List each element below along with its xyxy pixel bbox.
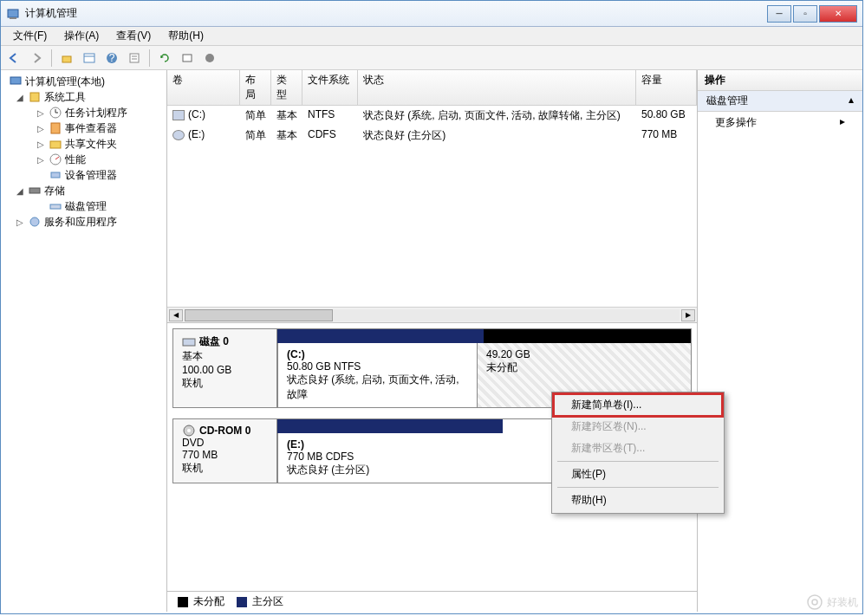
menu-view[interactable]: 查看(V)	[107, 29, 159, 43]
actions-diskmgmt[interactable]: 磁盘管理 ▴	[698, 91, 862, 112]
maximize-button[interactable]: ▫	[793, 5, 817, 23]
cdrom-icon	[182, 425, 196, 437]
collapse-arrow-icon: ▴	[849, 94, 854, 108]
device-icon	[49, 168, 62, 182]
tree-root[interactable]: 计算机管理(本地)	[3, 74, 165, 89]
computer-icon	[9, 75, 23, 88]
svg-point-23	[30, 217, 39, 226]
tools-icon	[28, 90, 42, 104]
submenu-arrow-icon: ▸	[840, 115, 845, 130]
tree-shared[interactable]: ▷ 共享文件夹	[3, 136, 165, 152]
menu-file[interactable]: 文件(F)	[4, 29, 55, 43]
perf-icon	[49, 152, 62, 166]
partition-c[interactable]: (C:) 50.80 GB NTFS 状态良好 (系统, 启动, 页面文件, 活…	[277, 343, 477, 407]
expand-icon[interactable]: ▷	[36, 108, 46, 118]
svg-rect-0	[8, 10, 18, 17]
legend-swatch-unalloc	[178, 597, 188, 607]
svg-rect-7	[130, 54, 139, 62]
svg-rect-3	[84, 54, 94, 62]
disk-icon	[182, 336, 196, 348]
menu-new-spanned-volume: 新建跨区卷(N)...	[554, 416, 722, 438]
menubar: 文件(F) 操作(A) 查看(V) 帮助(H)	[1, 27, 862, 46]
window-frame: 计算机管理 ─ ▫ ✕ 文件(F) 操作(A) 查看(V) 帮助(H) ? 计算…	[0, 0, 863, 614]
menu-help[interactable]: 帮助(H)	[159, 29, 212, 43]
svg-rect-13	[30, 93, 39, 101]
expand-icon[interactable]: ▷	[15, 217, 25, 227]
svg-rect-18	[50, 141, 61, 148]
scroll-left-icon[interactable]: ◀	[169, 309, 183, 321]
menu-properties[interactable]: 属性(P)	[554, 464, 722, 485]
svg-rect-12	[10, 77, 21, 84]
svg-point-26	[187, 429, 191, 432]
svg-rect-22	[50, 204, 61, 209]
menu-new-simple-volume[interactable]: 新建简单卷(I)...	[554, 394, 722, 416]
titlebar[interactable]: 计算机管理 ─ ▫ ✕	[1, 1, 862, 27]
storage-icon	[28, 184, 42, 198]
volume-row[interactable]: (C:) 简单 基本 NTFS 状态良好 (系统, 启动, 页面文件, 活动, …	[167, 106, 697, 126]
watermark: 好装机	[806, 593, 858, 611]
tree-systools[interactable]: ◢ 系统工具	[3, 89, 165, 105]
list-button[interactable]	[178, 49, 197, 68]
menu-action[interactable]: 操作(A)	[55, 29, 107, 43]
window-title: 计算机管理	[25, 6, 767, 21]
clock-icon	[49, 106, 62, 120]
refresh-button[interactable]	[155, 49, 174, 68]
settings-button[interactable]	[200, 49, 219, 68]
close-button[interactable]: ✕	[819, 5, 857, 23]
tree-devmgr[interactable]: ▷ 设备管理器	[3, 167, 165, 183]
app-icon	[6, 7, 20, 21]
col-capacity[interactable]: 容量	[636, 70, 697, 105]
up-button[interactable]	[57, 49, 76, 68]
cd-icon	[172, 130, 185, 140]
nav-tree[interactable]: 计算机管理(本地) ◢ 系统工具 ▷ 任务计划程序 ▷ 事件查看器 ▷ 共享文件…	[1, 70, 167, 612]
svg-point-28	[812, 600, 817, 605]
svg-rect-10	[183, 55, 192, 62]
collapse-icon[interactable]: ◢	[15, 186, 25, 196]
scroll-thumb[interactable]	[185, 309, 333, 321]
tree-services[interactable]: ▷ 服务和应用程序	[3, 214, 165, 230]
back-button[interactable]	[4, 49, 23, 68]
legend: 未分配 主分区	[167, 591, 697, 612]
tree-storage[interactable]: ◢ 存储	[3, 183, 165, 198]
svg-rect-2	[62, 56, 71, 62]
collapse-icon[interactable]: ◢	[15, 93, 25, 102]
disk-icon	[49, 199, 62, 213]
expand-icon[interactable]: ▷	[36, 124, 46, 133]
minimize-button[interactable]: ─	[767, 5, 791, 23]
expand-icon[interactable]: ▷	[36, 139, 46, 149]
svg-rect-1	[10, 17, 16, 19]
col-volume[interactable]: 卷	[167, 70, 240, 105]
menu-new-striped-volume: 新建带区卷(T)...	[554, 438, 722, 459]
view-button[interactable]	[80, 49, 99, 68]
forward-button[interactable]	[27, 49, 46, 68]
context-menu: 新建简单卷(I)... 新建跨区卷(N)... 新建带区卷(T)... 属性(P…	[551, 392, 725, 514]
toolbar: ?	[1, 46, 862, 70]
volume-row[interactable]: (E:) 简单 基本 CDFS 状态良好 (主分区) 770 MB	[167, 126, 697, 146]
svg-point-11	[205, 54, 214, 62]
actions-header: 操作	[698, 70, 862, 91]
services-icon	[28, 215, 42, 229]
tree-scheduler[interactable]: ▷ 任务计划程序	[3, 105, 165, 120]
col-layout[interactable]: 布局	[240, 70, 271, 105]
scroll-right-icon[interactable]: ▶	[681, 309, 695, 321]
svg-rect-17	[51, 123, 60, 133]
partition-e[interactable]: (E:) 770 MB CDFS 状态良好 (主分区)	[277, 433, 496, 483]
expand-icon[interactable]: ▷	[36, 155, 46, 165]
legend-swatch-primary	[237, 597, 247, 607]
actions-more[interactable]: 更多操作 ▸	[698, 112, 862, 133]
col-status[interactable]: 状态	[358, 70, 636, 105]
actions-pane: 操作 磁盘管理 ▴ 更多操作 ▸	[698, 70, 862, 612]
tree-eventviewer[interactable]: ▷ 事件查看器	[3, 120, 165, 136]
folder-icon	[49, 137, 62, 151]
drive-icon	[172, 110, 185, 120]
event-icon	[49, 121, 62, 135]
props-button[interactable]	[125, 49, 144, 68]
tree-perf[interactable]: ▷ 性能	[3, 152, 165, 167]
col-fs[interactable]: 文件系统	[302, 70, 358, 105]
horizontal-scrollbar[interactable]: ◀ ▶	[167, 307, 697, 322]
col-type[interactable]: 类型	[271, 70, 302, 105]
menu-help[interactable]: 帮助(H)	[554, 490, 722, 511]
svg-point-27	[808, 595, 822, 609]
help-button[interactable]: ?	[102, 49, 121, 68]
tree-diskmgmt[interactable]: ▷ 磁盘管理	[3, 198, 165, 214]
